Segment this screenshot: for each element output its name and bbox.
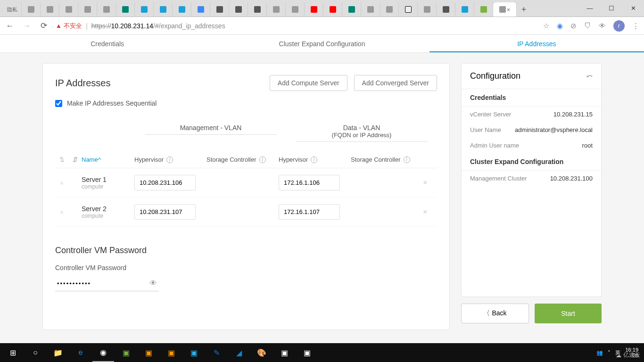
drag-handle-icon[interactable]: ≡ — [55, 180, 68, 186]
cortana-button[interactable]: ○ — [25, 343, 46, 362]
browser-tab[interactable] — [22, 2, 41, 16]
browser-tab[interactable] — [248, 2, 267, 16]
incognito-icon[interactable]: 👁 — [599, 22, 606, 30]
maximize-button[interactable]: ☐ — [601, 0, 622, 17]
people-icon[interactable]: 👥 — [596, 350, 603, 356]
app-icon[interactable]: ▣ — [160, 343, 182, 362]
browser-tab[interactable] — [323, 2, 342, 16]
sort-icon[interactable]: ⇵ — [68, 156, 82, 163]
browser-tab[interactable] — [116, 2, 135, 16]
col-name[interactable]: Name^ — [82, 156, 134, 163]
profile-avatar[interactable]: r — [613, 20, 625, 32]
extension-icon[interactable]: ◉ — [557, 22, 563, 30]
youtube-icon — [311, 6, 317, 13]
info-icon[interactable]: i — [311, 156, 317, 163]
browser-tab[interactable] — [342, 2, 361, 16]
menu-icon[interactable]: ⋮ — [632, 22, 639, 30]
browser-tab[interactable] — [455, 2, 474, 16]
forward-button[interactable]: → — [22, 21, 32, 31]
close-button[interactable]: ✕ — [622, 0, 644, 17]
table-row: ≡ Server 1 compute × — [55, 168, 437, 197]
browser-tab[interactable] — [361, 2, 380, 16]
browser-tab[interactable]: 隐私 — [3, 2, 22, 16]
browser-tab[interactable] — [305, 2, 323, 16]
wireshark-icon[interactable]: ◢ — [228, 343, 250, 362]
back-button[interactable]: ← — [5, 21, 15, 31]
server-name: Server 2 — [82, 205, 134, 213]
browser-tabs: 隐私 × + — [0, 0, 579, 16]
app-icon[interactable]: ▣ — [183, 343, 205, 362]
section-title: IP Addresses — [55, 78, 110, 89]
reload-button[interactable]: ⟳ — [39, 21, 49, 31]
app-icon[interactable]: ▣ — [138, 343, 159, 362]
delete-row-icon[interactable]: × — [423, 208, 427, 216]
tab-credentials[interactable]: Credentials — [0, 35, 215, 52]
browser-tab[interactable] — [267, 2, 286, 16]
add-compute-button[interactable]: Add Compute Server — [270, 75, 347, 91]
tab-cluster-expand[interactable]: Cluster Expand Configuration — [215, 35, 429, 52]
app-icon[interactable]: ▣ — [296, 343, 318, 362]
url-box[interactable]: ▲ 不安全 | https://10.208.231.14/#/expand_i… — [56, 22, 537, 30]
collapse-icon[interactable]: ⤺ — [586, 72, 593, 81]
mgmt-hypervisor-input[interactable] — [134, 175, 196, 190]
vmware-icon — [216, 6, 223, 13]
browser-tab[interactable] — [135, 2, 154, 16]
vmware-icon — [235, 6, 242, 13]
browser-tab[interactable] — [474, 2, 493, 16]
extension-icon[interactable]: ⛉ — [584, 22, 591, 30]
app-icon[interactable]: ✎ — [206, 343, 227, 362]
paint-icon[interactable]: 🎨 — [251, 343, 272, 362]
back-button[interactable]: 〈 Back — [461, 304, 529, 323]
browser-tab[interactable] — [59, 2, 78, 16]
extension-icon[interactable]: ⊘ — [570, 22, 577, 30]
mgmt-hypervisor-input[interactable] — [134, 204, 196, 220]
bookmark-icon[interactable]: ☆ — [543, 22, 549, 30]
browser-tab[interactable] — [229, 2, 248, 16]
kv-username: User Name administrator@vsphere.local — [462, 122, 601, 138]
info-icon[interactable]: i — [404, 156, 410, 163]
bing-icon — [348, 6, 355, 13]
cisco-icon — [179, 6, 185, 13]
browser-tab[interactable] — [418, 2, 437, 16]
browser-tab[interactable] — [41, 2, 59, 16]
browser-tab[interactable] — [97, 2, 116, 16]
info-icon[interactable]: i — [166, 156, 173, 163]
sequential-checkbox-row[interactable]: Make IP Addresses Sequential — [55, 99, 437, 107]
vmware-icon — [443, 6, 449, 13]
chrome-icon[interactable]: ◉ — [92, 343, 114, 362]
browser-tab[interactable] — [380, 2, 399, 16]
tray-chevron-icon[interactable]: ˄ — [608, 350, 611, 356]
browser-tab-active[interactable]: × — [493, 2, 517, 16]
app-icon[interactable]: ▣ — [273, 343, 295, 362]
start-menu-button[interactable]: ⊞ — [2, 343, 24, 362]
password-input[interactable] — [55, 276, 159, 291]
browser-tab[interactable] — [191, 2, 210, 16]
close-icon[interactable]: × — [507, 6, 511, 13]
ie-icon[interactable]: e — [70, 343, 91, 362]
data-vlan-header: Data - VLAN (FQDN or IP Address) — [286, 124, 437, 142]
delete-row-icon[interactable]: × — [423, 179, 427, 187]
drag-handle-icon[interactable]: ≡ — [55, 209, 68, 215]
browser-tab[interactable] — [173, 2, 191, 16]
sequential-checkbox[interactable] — [55, 100, 62, 107]
browser-tab[interactable] — [399, 2, 418, 16]
browser-tab[interactable] — [154, 2, 173, 16]
new-tab-button[interactable]: + — [517, 2, 531, 16]
minimize-button[interactable]: — — [579, 0, 601, 17]
add-converged-button[interactable]: Add Converged Server — [354, 75, 437, 91]
info-icon[interactable]: i — [259, 156, 266, 163]
insecure-warning[interactable]: ▲ 不安全 — [56, 22, 82, 30]
file-explorer-icon[interactable]: 📁 — [47, 343, 69, 362]
browser-tab[interactable] — [437, 2, 455, 16]
data-hypervisor-input[interactable] — [279, 175, 340, 190]
data-hypervisor-input[interactable] — [279, 204, 340, 220]
page-icon — [273, 6, 280, 13]
page-icon — [386, 6, 393, 13]
show-password-icon[interactable]: 👁 — [149, 279, 157, 288]
app-icon[interactable]: ▣ — [115, 343, 137, 362]
start-button[interactable]: Start — [535, 304, 602, 323]
browser-tab[interactable] — [78, 2, 97, 16]
browser-tab[interactable] — [286, 2, 305, 16]
tab-ip-addresses[interactable]: IP Addresses — [429, 35, 644, 52]
browser-tab[interactable] — [210, 2, 229, 16]
